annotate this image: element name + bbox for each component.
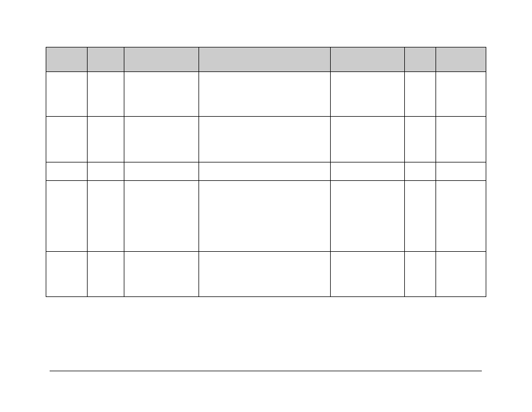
table-body [46,72,486,297]
table-cell [124,252,199,297]
table-header-cell [124,47,199,72]
table-cell [88,72,124,117]
table-cell [436,72,486,117]
table-row [46,117,486,162]
table-cell [46,72,88,117]
table-cell [46,117,88,162]
horizontal-rule [50,371,482,371]
table-cell [124,162,199,181]
table-header-cell [436,47,486,72]
table-row [46,72,486,117]
table-header-cell [405,47,436,72]
table-cell [46,181,88,252]
table-container [46,47,486,297]
table-cell [405,72,436,117]
table-header-cell [46,47,88,72]
table-row [46,162,486,181]
table-cell [436,162,486,181]
table-cell [199,72,331,117]
table-cell [331,117,405,162]
table-cell [124,181,199,252]
table-cell [199,162,331,181]
table-header-cell [199,47,331,72]
table-header-cell [88,47,124,72]
table-cell [88,162,124,181]
table-cell [88,181,124,252]
document-page [0,0,532,412]
table-cell [331,252,405,297]
table-row [46,181,486,252]
table-cell [405,117,436,162]
table-cell [436,181,486,252]
table-cell [331,72,405,117]
table-cell [199,252,331,297]
table-cell [436,252,486,297]
table-header-cell [331,47,405,72]
table-cell [405,252,436,297]
table-row [46,252,486,297]
table-cell [436,117,486,162]
data-table [46,47,486,297]
table-cell [199,117,331,162]
table-header-row [46,47,486,72]
table-cell [88,252,124,297]
table-cell [331,162,405,181]
table-cell [124,72,199,117]
table-cell [405,162,436,181]
table-cell [124,117,199,162]
table-cell [46,252,88,297]
table-cell [405,181,436,252]
table-cell [88,117,124,162]
table-cell [46,162,88,181]
table-cell [199,181,331,252]
table-cell [331,181,405,252]
